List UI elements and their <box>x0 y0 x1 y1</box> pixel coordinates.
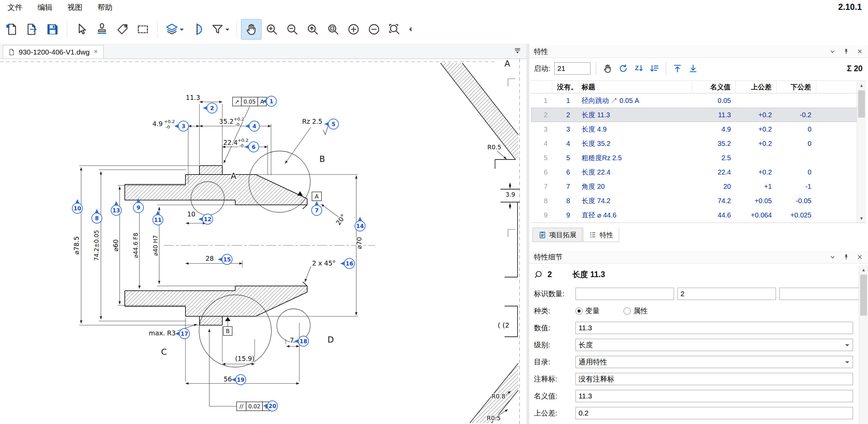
table-row[interactable]: 66长度 22.422.4+0.20 <box>531 165 866 179</box>
table-row[interactable]: 55粗糙度Rz 2.52.5 <box>531 151 866 165</box>
balloon-6[interactable]: 6 <box>244 142 259 152</box>
note-input[interactable] <box>575 373 853 385</box>
level-select[interactable]: 长度 <box>575 339 853 351</box>
marquee-select-button[interactable] <box>133 19 153 40</box>
document-list-icon[interactable] <box>513 46 522 57</box>
balloon-16[interactable]: 16 <box>340 258 355 269</box>
upper-tol-input[interactable] <box>575 407 853 419</box>
mirror-view-button[interactable] <box>187 19 207 40</box>
document-tab-close-icon[interactable] <box>93 49 99 56</box>
radio-variable[interactable] <box>575 307 583 315</box>
menu-file[interactable]: 文件 <box>0 2 30 13</box>
catalog-select[interactable]: 通用特性 <box>575 356 853 368</box>
table-row[interactable]: 77角度 2020+1-1 <box>531 179 866 194</box>
balloon-3[interactable]: 3 <box>174 121 189 131</box>
scroll-thumb[interactable] <box>860 275 867 316</box>
layers-button[interactable] <box>162 19 187 40</box>
details-scrollbar[interactable]: ▲ <box>859 265 868 424</box>
menu-view[interactable]: 视图 <box>60 2 90 13</box>
panel-menu-chevron-icon[interactable] <box>829 254 836 260</box>
select-cursor-button[interactable] <box>71 19 92 40</box>
id-count-input-3[interactable] <box>779 288 868 300</box>
column-header-no[interactable]: 没有。 <box>552 81 580 93</box>
tab-characteristics[interactable]: 特性 <box>583 228 619 242</box>
balloon-2[interactable]: 2 <box>203 103 217 113</box>
zoom-out-button[interactable] <box>282 19 302 40</box>
layers-dropdown-caret[interactable] <box>180 29 184 33</box>
renumber-button[interactable] <box>617 63 629 74</box>
column-header-nominal[interactable]: 名义值 <box>692 81 736 93</box>
sort-z-button[interactable]: Z <box>633 63 645 74</box>
hand-tool-button[interactable] <box>602 63 613 74</box>
zoom-selection-button[interactable] <box>323 19 343 40</box>
open-project-button[interactable] <box>22 19 42 40</box>
reorder-list-button[interactable] <box>649 63 660 74</box>
balloon-12[interactable]: 12 <box>198 214 213 224</box>
nominal-input[interactable] <box>575 390 853 402</box>
svg-text:A: A <box>315 193 319 200</box>
balloon-stamp-button[interactable] <box>92 19 112 40</box>
close-panel-icon[interactable] <box>856 48 863 55</box>
id-count-input-1[interactable] <box>575 288 674 300</box>
table-row[interactable]: 33长度 4.94.9+0.20 <box>531 122 866 136</box>
radio-variable-label: 变量 <box>585 306 600 316</box>
balloon-5[interactable]: 5 <box>324 119 339 129</box>
chevron-down-icon <box>845 361 849 365</box>
pin-icon[interactable] <box>843 254 850 260</box>
scroll-up-icon[interactable]: ▲ <box>857 81 866 90</box>
balloon-17[interactable]: 17 <box>175 329 190 339</box>
start-number-input[interactable] <box>554 62 590 75</box>
table-cell: 角度 20 <box>580 182 692 191</box>
properties-toolbar: 启动: Z Σ 20 <box>529 59 868 78</box>
zoom-in-button[interactable] <box>261 19 282 40</box>
scroll-down-icon[interactable]: ▼ <box>857 214 866 223</box>
balloon-7[interactable]: 7 <box>312 201 322 215</box>
table-row[interactable]: 44长度 35.235.2+0.20 <box>531 136 866 151</box>
menu-help[interactable]: 帮助 <box>90 2 120 13</box>
balloon-8[interactable]: 8 <box>92 209 102 223</box>
table-cell: 长度 74.2 <box>580 196 692 206</box>
decrease-button[interactable] <box>364 19 384 40</box>
dimension-text: B <box>319 154 325 164</box>
tab-project-expansion[interactable]: 项目拓展 <box>533 228 582 242</box>
menu-edit[interactable]: 编辑 <box>30 2 60 13</box>
pin-icon[interactable] <box>843 48 850 55</box>
id-count-input-2[interactable] <box>677 288 776 300</box>
table-row[interactable]: 11径向跳动 ↗ 0.05 A0.05 <box>531 93 866 108</box>
column-header-index[interactable] <box>531 81 552 93</box>
scroll-up-icon[interactable]: ▲ <box>859 265 868 274</box>
column-header-upper-tol[interactable]: 上公差 <box>736 81 777 93</box>
value-input[interactable] <box>575 322 853 334</box>
increase-button[interactable] <box>343 19 364 40</box>
toolbar-collapse-icon[interactable] <box>407 27 411 32</box>
scroll-thumb[interactable] <box>858 90 865 118</box>
table-row[interactable]: 99直径 ⌀ 44.644.6+0.064+0.025 <box>531 208 866 222</box>
panel-menu-chevron-icon[interactable] <box>829 48 836 55</box>
balloon-18[interactable]: 18 <box>294 336 309 346</box>
move-bottom-button[interactable] <box>687 63 699 74</box>
table-row[interactable]: 22长度 11.311.3+0.2-0.2 <box>531 108 866 122</box>
drawing-canvas[interactable]: 11.34.9+0.2-035.2+0.2-022.4+0.2-0Rz 2.5B… <box>0 59 527 424</box>
new-project-button[interactable] <box>1 19 22 40</box>
balloon-9[interactable]: 9 <box>133 198 144 213</box>
radio-attribute[interactable] <box>624 307 631 315</box>
zoom-previous-button[interactable] <box>302 19 323 40</box>
move-top-button[interactable] <box>672 63 683 74</box>
table-cell: +0.064 <box>736 211 777 219</box>
balloon-11[interactable]: 11 <box>153 211 163 225</box>
column-header-title[interactable]: 标题 <box>580 81 692 93</box>
save-button[interactable] <box>42 19 63 40</box>
zoom-extents-button[interactable] <box>384 19 405 40</box>
tag-button[interactable] <box>112 19 133 40</box>
pan-hand-button[interactable] <box>241 19 261 40</box>
filter-dropdown-caret[interactable] <box>225 29 229 33</box>
table-row[interactable]: 88长度 74.274.2+0.05-0.05 <box>531 194 866 208</box>
table-scrollbar[interactable]: ▲ ▼ <box>857 81 866 223</box>
panel-splitter[interactable] <box>527 44 529 424</box>
column-header-lower-tol[interactable]: 下公差 <box>777 81 816 93</box>
balloon-4[interactable]: 4 <box>245 121 259 131</box>
filter-button[interactable] <box>207 19 233 40</box>
balloon-15[interactable]: 15 <box>218 254 232 264</box>
document-tab[interactable]: 930-1200-406-V1.dwg <box>3 45 104 59</box>
close-panel-icon[interactable] <box>856 254 863 260</box>
